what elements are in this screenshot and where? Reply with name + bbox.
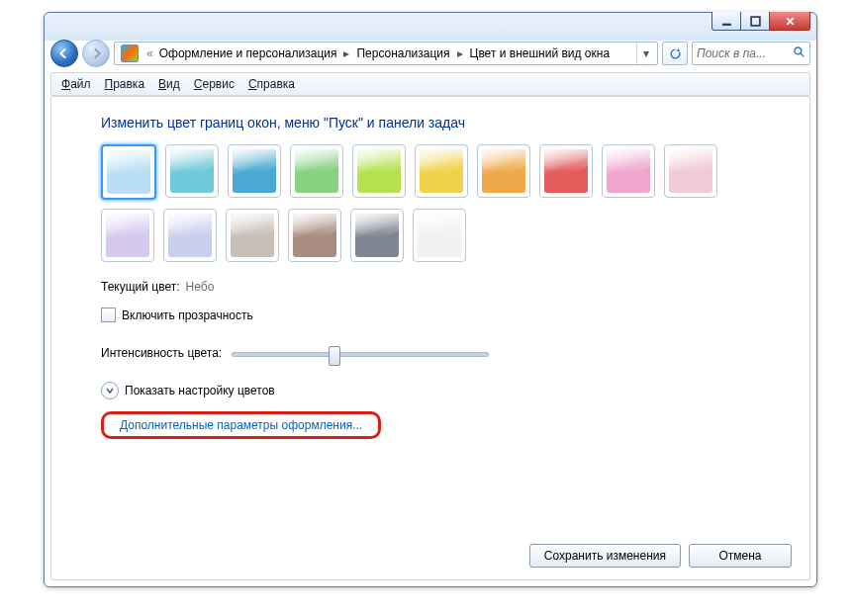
advanced-appearance-link[interactable]: Дополнительные параметры оформления... — [120, 418, 362, 432]
breadcrumb[interactable]: « Оформление и персонализация ▸ Персонал… — [114, 42, 658, 65]
current-color-label: Текущий цвет: — [101, 280, 180, 294]
breadcrumb-item[interactable]: Персонализация — [354, 46, 451, 60]
dialog-buttons: Сохранить изменения Отмена — [529, 544, 792, 568]
save-button[interactable]: Сохранить изменения — [529, 544, 681, 568]
current-color-row: Текущий цвет: Небо — [101, 280, 760, 294]
caption-buttons — [711, 12, 810, 31]
back-button[interactable] — [50, 40, 78, 67]
highlight-annotation: Дополнительные параметры оформления... — [101, 411, 381, 439]
swatch-color — [544, 149, 588, 193]
chevron-right-icon: ▸ — [338, 46, 354, 60]
swatch-color — [293, 214, 336, 257]
content-area: Изменить цвет границ окон, меню "Пуск" и… — [50, 96, 810, 580]
current-color-value: Небо — [186, 280, 215, 294]
color-swatch[interactable] — [163, 209, 217, 262]
show-mixer-label: Показать настройку цветов — [125, 384, 275, 397]
color-swatch[interactable] — [602, 144, 655, 198]
svg-rect-0 — [722, 23, 731, 25]
swatch-color — [669, 149, 712, 193]
color-swatch[interactable] — [288, 209, 341, 262]
breadcrumb-dropdown[interactable]: ▾ — [636, 43, 655, 64]
maximize-button[interactable] — [741, 12, 770, 31]
menu-bar: Файл Правка Вид Сервис Справка — [50, 72, 810, 96]
menu-tools[interactable]: Сервис — [194, 77, 235, 91]
swatch-color — [233, 149, 276, 193]
close-button[interactable] — [770, 12, 810, 31]
svg-point-2 — [795, 47, 802, 54]
search-input[interactable]: Поиск в па... — [692, 42, 810, 65]
menu-file[interactable]: Файл — [61, 77, 91, 91]
color-swatch[interactable] — [165, 144, 219, 198]
swatch-color — [170, 149, 214, 193]
slider-track — [232, 352, 489, 357]
color-swatch[interactable] — [226, 209, 279, 262]
minimize-button[interactable] — [711, 12, 741, 31]
window: « Оформление и персонализация ▸ Персонал… — [44, 12, 817, 587]
color-swatch[interactable] — [352, 144, 406, 198]
swatch-color — [231, 214, 274, 257]
cancel-button[interactable]: Отмена — [689, 544, 792, 568]
forward-button[interactable] — [82, 40, 110, 67]
color-swatch[interactable] — [228, 144, 281, 198]
breadcrumb-item[interactable]: Оформление и персонализация — [157, 46, 339, 60]
transparency-label: Включить прозрачность — [122, 308, 253, 322]
color-swatch[interactable] — [350, 209, 404, 262]
color-swatch[interactable] — [413, 209, 466, 262]
swatch-color — [106, 214, 149, 257]
menu-help[interactable]: Справка — [248, 77, 295, 91]
color-swatch[interactable] — [539, 144, 593, 198]
chevron-down-icon[interactable] — [101, 382, 119, 399]
slider-thumb[interactable] — [329, 346, 340, 366]
swatch-color — [168, 214, 212, 257]
search-icon — [793, 45, 806, 61]
color-swatch[interactable] — [101, 209, 154, 262]
menu-edit[interactable]: Правка — [105, 77, 145, 91]
color-swatch-grid — [101, 144, 734, 262]
page-title: Изменить цвет границ окон, меню "Пуск" и… — [101, 115, 760, 131]
swatch-color — [295, 149, 338, 193]
swatch-color — [355, 214, 399, 257]
color-swatch[interactable] — [664, 144, 717, 198]
color-swatch[interactable] — [101, 144, 156, 200]
color-swatch[interactable] — [290, 144, 343, 198]
swatch-color — [420, 149, 463, 193]
expander-row[interactable]: Показать настройку цветов — [101, 382, 760, 399]
location-icon — [121, 44, 139, 62]
breadcrumb-prefix: « — [142, 46, 157, 60]
color-swatch[interactable] — [477, 144, 530, 198]
transparency-checkbox[interactable] — [101, 308, 116, 322]
transparency-row: Включить прозрачность — [101, 308, 760, 322]
intensity-slider[interactable] — [232, 344, 489, 362]
breadcrumb-item[interactable]: Цвет и внешний вид окна — [468, 46, 613, 60]
swatch-color — [482, 149, 525, 193]
intensity-row: Интенсивность цвета: — [101, 344, 760, 362]
refresh-button[interactable] — [662, 42, 688, 65]
swatch-color — [107, 150, 150, 194]
swatch-color — [607, 149, 650, 193]
color-swatch[interactable] — [415, 144, 468, 198]
svg-rect-1 — [751, 17, 760, 26]
search-placeholder: Поиск в па... — [697, 46, 766, 60]
intensity-label: Интенсивность цвета: — [101, 346, 222, 360]
chevron-right-icon: ▸ — [452, 46, 468, 60]
nav-bar: « Оформление и персонализация ▸ Персонал… — [50, 39, 810, 68]
menu-view[interactable]: Вид — [158, 77, 180, 91]
swatch-color — [418, 214, 461, 257]
swatch-color — [357, 149, 401, 193]
